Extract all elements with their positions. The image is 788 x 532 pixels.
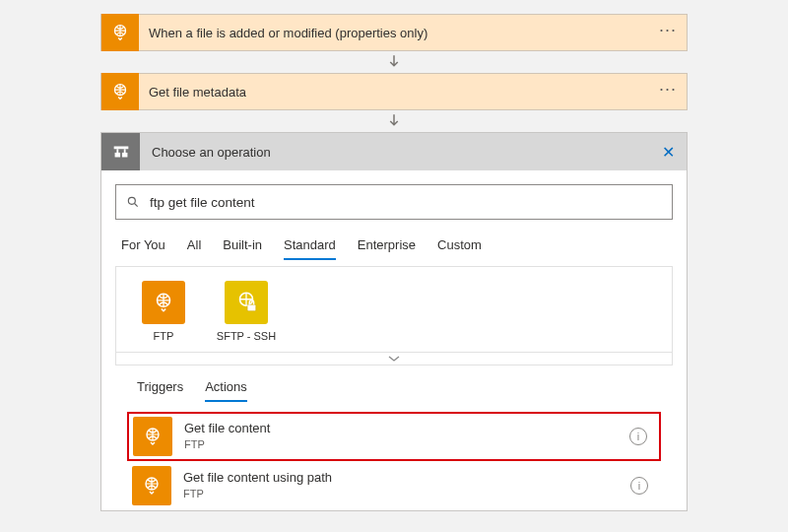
close-icon[interactable]: ✕ xyxy=(650,143,687,162)
step-title: When a file is added or modified (proper… xyxy=(139,26,649,40)
tab-actions[interactable]: Actions xyxy=(205,375,247,402)
tab-triggers[interactable]: Triggers xyxy=(137,375,183,402)
action-get-file-content-using-path[interactable]: Get file content using path FTP i xyxy=(127,461,661,510)
ftp-icon xyxy=(132,466,171,505)
tab-built-in[interactable]: Built-in xyxy=(223,233,262,260)
more-icon[interactable]: ··· xyxy=(649,23,687,42)
connector-grid: FTP SFTP - SSH xyxy=(115,266,673,352)
svg-rect-4 xyxy=(121,153,127,158)
connector-sftp[interactable]: SFTP - SSH xyxy=(219,281,274,342)
search-value: ftp get file content xyxy=(150,195,255,210)
expand-connectors[interactable] xyxy=(115,352,673,366)
svg-rect-3 xyxy=(114,153,120,158)
tab-custom[interactable]: Custom xyxy=(437,233,482,260)
info-icon[interactable]: i xyxy=(630,477,648,495)
connector-ftp[interactable]: FTP xyxy=(136,281,191,342)
action-text: Get file content FTP xyxy=(172,421,629,451)
tab-for-you[interactable]: For You xyxy=(121,233,165,260)
trigger-action-tabs: Triggers Actions xyxy=(115,366,673,402)
ftp-icon xyxy=(133,417,172,456)
step-title: Get file metadata xyxy=(139,85,649,100)
action-subtitle: FTP xyxy=(184,437,629,451)
arrow-down-icon xyxy=(385,110,403,132)
action-subtitle: FTP xyxy=(183,487,630,500)
svg-rect-8 xyxy=(247,304,256,311)
action-title: Get file content using path xyxy=(183,470,630,487)
ftp-icon xyxy=(101,73,139,110)
step-card-action[interactable]: Get file metadata ··· xyxy=(100,73,688,110)
info-icon[interactable]: i xyxy=(629,428,647,445)
choose-operation-panel: Choose an operation ✕ ftp get file conte… xyxy=(100,132,688,511)
ftp-icon xyxy=(101,14,139,51)
action-get-file-content[interactable]: Get file content FTP i xyxy=(127,412,661,461)
search-icon xyxy=(126,195,140,209)
action-text: Get file content using path FTP xyxy=(171,470,630,500)
ftp-icon xyxy=(142,281,185,324)
connector-label: SFTP - SSH xyxy=(217,330,276,342)
operation-icon xyxy=(101,133,140,170)
tab-all[interactable]: All xyxy=(187,233,201,260)
tab-standard[interactable]: Standard xyxy=(284,233,336,260)
tab-enterprise[interactable]: Enterprise xyxy=(358,233,416,260)
connector-label: FTP xyxy=(154,330,174,342)
svg-point-5 xyxy=(128,197,135,204)
panel-title: Choose an operation xyxy=(140,145,650,160)
svg-rect-2 xyxy=(113,147,128,150)
sftp-icon xyxy=(225,281,268,324)
action-title: Get file content xyxy=(184,421,629,437)
search-input[interactable]: ftp get file content xyxy=(115,184,673,220)
category-tabs: For You All Built-in Standard Enterprise… xyxy=(115,220,673,260)
step-card-trigger[interactable]: When a file is added or modified (proper… xyxy=(100,14,688,51)
more-icon[interactable]: ··· xyxy=(649,82,687,101)
arrow-down-icon xyxy=(385,51,403,73)
panel-header: Choose an operation ✕ xyxy=(101,133,687,170)
action-list: Get file content FTP i Get file content … xyxy=(115,402,673,510)
